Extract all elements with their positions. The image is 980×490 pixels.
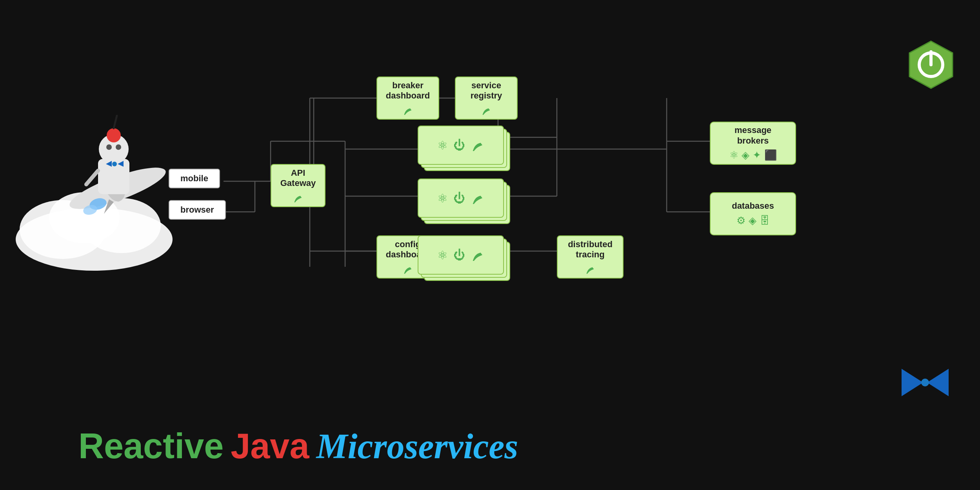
ms-leaf-icon <box>471 138 485 152</box>
config-dashboard-icon <box>402 262 413 275</box>
svg-line-46 <box>114 116 117 128</box>
title-java: Java <box>231 426 309 466</box>
ms2-atom-icon: ⚛ <box>437 191 448 205</box>
client-browser: browser <box>169 200 226 220</box>
title-microservices: Microservices <box>316 426 518 466</box>
databases-box: databases ⚙ ◈ 🗄 <box>710 192 796 235</box>
db-barrel-icon: 🗄 <box>760 215 770 227</box>
svg-point-39 <box>106 144 112 150</box>
bowtie-decoration <box>902 368 949 404</box>
breaker-dashboard-box: breakerdashboard <box>376 77 439 120</box>
databases-label: databases <box>732 201 774 211</box>
distributed-tracing-icon <box>585 262 596 275</box>
api-gateway-box: APIGateway <box>271 164 325 207</box>
api-gateway-label: APIGateway <box>280 168 316 189</box>
ms3-leaf-icon <box>471 248 485 262</box>
mq-rabbit-icon: ✦ <box>753 149 761 161</box>
mq-kafka-icon: ◈ <box>742 149 749 161</box>
distributed-tracing-label: distributedtracing <box>568 239 613 260</box>
ms-power-icon: ⏻ <box>453 138 465 152</box>
page-title: Reactive Java Microservices <box>78 426 518 466</box>
message-brokers-box: message brokers ⚛ ◈ ✦ ⬛ <box>710 122 796 165</box>
spring-boot-logo <box>905 39 956 90</box>
svg-point-40 <box>116 144 121 150</box>
svg-marker-51 <box>927 369 949 396</box>
svg-line-44 <box>86 171 98 184</box>
breaker-dashboard-label: breakerdashboard <box>386 80 430 101</box>
service-registry-label: serviceregistry <box>471 80 502 101</box>
message-brokers-icons: ⚛ ◈ ✦ ⬛ <box>729 149 777 161</box>
db-gear-icon: ⚙ <box>736 215 745 227</box>
ms2-leaf-icon <box>471 191 485 205</box>
message-brokers-label: message brokers <box>718 125 788 146</box>
ms3-power-icon: ⏻ <box>453 248 465 262</box>
ms-atom-icon: ⚛ <box>437 138 448 152</box>
svg-point-38 <box>107 128 121 142</box>
mascot-area <box>0 20 227 294</box>
databases-icons: ⚙ ◈ 🗄 <box>736 215 770 227</box>
mascot-robot <box>51 98 169 239</box>
mq-atom-icon: ⚛ <box>729 149 738 161</box>
svg-point-43 <box>112 162 117 166</box>
client-mobile: mobile <box>169 169 220 188</box>
db-redis-icon: ◈ <box>749 215 756 227</box>
breaker-dashboard-icon <box>402 103 413 116</box>
api-gateway-icon <box>293 191 304 203</box>
title-reactive: Reactive <box>78 426 224 466</box>
ms2-power-icon: ⏻ <box>453 191 465 205</box>
service-registry-icon <box>481 103 492 116</box>
svg-marker-50 <box>902 369 923 396</box>
service-registry-box: serviceregistry <box>455 77 518 120</box>
mq-extra-icon: ⬛ <box>764 149 777 161</box>
distributed-tracing-box: distributedtracing <box>557 235 624 279</box>
svg-point-52 <box>921 379 929 386</box>
ms3-atom-icon: ⚛ <box>437 248 448 262</box>
